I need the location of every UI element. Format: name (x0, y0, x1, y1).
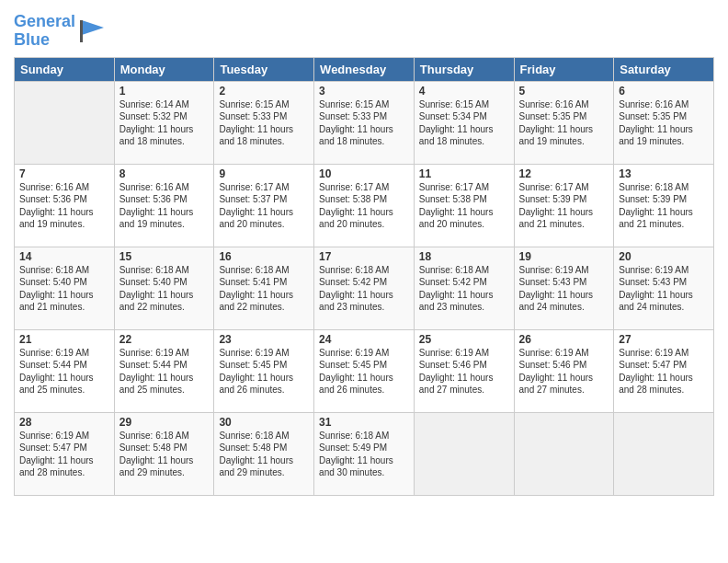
calendar-cell: 15Sunrise: 6:18 AMSunset: 5:40 PMDayligh… (114, 247, 214, 329)
day-number: 24 (319, 333, 409, 346)
day-number: 30 (219, 416, 309, 429)
cell-info: Sunrise: 6:18 AMSunset: 5:42 PMDaylight:… (319, 264, 409, 314)
calendar-cell: 14Sunrise: 6:18 AMSunset: 5:40 PMDayligh… (15, 247, 115, 329)
cell-info: Sunrise: 6:15 AMSunset: 5:34 PMDaylight:… (419, 98, 509, 148)
day-number: 18 (419, 250, 509, 263)
cell-info: Sunrise: 6:19 AMSunset: 5:47 PMDaylight:… (19, 430, 109, 479)
calendar-cell: 5Sunrise: 6:16 AMSunset: 5:35 PMDaylight… (514, 81, 614, 164)
calendar-cell: 3Sunrise: 6:15 AMSunset: 5:33 PMDaylight… (314, 81, 415, 164)
weekday-header-friday: Friday (514, 57, 614, 81)
cell-info: Sunrise: 6:19 AMSunset: 5:43 PMDaylight:… (519, 264, 609, 314)
calendar-cell: 21Sunrise: 6:19 AMSunset: 5:44 PMDayligh… (15, 329, 115, 412)
cell-info: Sunrise: 6:18 AMSunset: 5:42 PMDaylight:… (419, 264, 509, 314)
calendar-cell (15, 81, 115, 164)
page: General Blue SundayMondayTuesdayWednesda… (0, 0, 728, 563)
calendar-cell (614, 412, 714, 495)
cell-info: Sunrise: 6:15 AMSunset: 5:33 PMDaylight:… (219, 98, 309, 148)
calendar-cell: 18Sunrise: 6:18 AMSunset: 5:42 PMDayligh… (414, 247, 514, 329)
day-number: 3 (319, 85, 409, 98)
cell-info: Sunrise: 6:19 AMSunset: 5:46 PMDaylight:… (419, 347, 509, 396)
week-row-2: 7Sunrise: 6:16 AMSunset: 5:36 PMDaylight… (15, 164, 714, 247)
calendar-cell: 13Sunrise: 6:18 AMSunset: 5:39 PMDayligh… (614, 164, 714, 247)
logo-blue-text: Blue (14, 30, 50, 49)
calendar-cell: 30Sunrise: 6:18 AMSunset: 5:48 PMDayligh… (214, 412, 314, 495)
calendar-cell: 17Sunrise: 6:18 AMSunset: 5:42 PMDayligh… (314, 247, 415, 329)
calendar-cell (414, 412, 514, 495)
calendar-cell: 12Sunrise: 6:17 AMSunset: 5:39 PMDayligh… (514, 164, 614, 247)
svg-rect-1 (80, 20, 83, 42)
cell-info: Sunrise: 6:19 AMSunset: 5:43 PMDaylight:… (619, 264, 709, 314)
cell-info: Sunrise: 6:17 AMSunset: 5:38 PMDaylight:… (419, 181, 509, 231)
day-number: 7 (19, 167, 109, 180)
header: General Blue (14, 9, 714, 50)
cell-info: Sunrise: 6:15 AMSunset: 5:33 PMDaylight:… (319, 98, 409, 148)
weekday-header-thursday: Thursday (414, 57, 514, 81)
calendar-cell: 22Sunrise: 6:19 AMSunset: 5:44 PMDayligh… (114, 329, 214, 412)
cell-info: Sunrise: 6:19 AMSunset: 5:46 PMDaylight:… (519, 347, 609, 396)
day-number: 19 (519, 250, 609, 263)
calendar-cell (514, 412, 614, 495)
cell-info: Sunrise: 6:14 AMSunset: 5:32 PMDaylight:… (119, 98, 210, 148)
logo-blue: Blue (14, 31, 75, 50)
calendar-cell: 6Sunrise: 6:16 AMSunset: 5:35 PMDaylight… (614, 81, 714, 164)
calendar-cell: 31Sunrise: 6:18 AMSunset: 5:49 PMDayligh… (314, 412, 415, 495)
day-number: 28 (19, 416, 109, 429)
day-number: 29 (119, 416, 210, 429)
cell-info: Sunrise: 6:16 AMSunset: 5:36 PMDaylight:… (119, 181, 210, 231)
day-number: 5 (519, 85, 609, 98)
logo-general: General (14, 12, 75, 30)
day-number: 11 (419, 167, 509, 180)
weekday-header-wednesday: Wednesday (314, 57, 415, 81)
cell-info: Sunrise: 6:17 AMSunset: 5:37 PMDaylight:… (219, 181, 309, 231)
calendar-cell: 26Sunrise: 6:19 AMSunset: 5:46 PMDayligh… (514, 329, 614, 412)
cell-info: Sunrise: 6:16 AMSunset: 5:36 PMDaylight:… (19, 181, 109, 231)
calendar-cell: 7Sunrise: 6:16 AMSunset: 5:36 PMDaylight… (15, 164, 115, 247)
week-row-5: 28Sunrise: 6:19 AMSunset: 5:47 PMDayligh… (15, 412, 714, 495)
week-row-3: 14Sunrise: 6:18 AMSunset: 5:40 PMDayligh… (15, 247, 714, 329)
weekday-header-saturday: Saturday (614, 57, 714, 81)
day-number: 23 (219, 333, 309, 346)
day-number: 10 (319, 167, 409, 180)
calendar-cell: 8Sunrise: 6:16 AMSunset: 5:36 PMDaylight… (114, 164, 214, 247)
calendar-cell: 2Sunrise: 6:15 AMSunset: 5:33 PMDaylight… (214, 81, 314, 164)
day-number: 20 (619, 250, 709, 263)
day-number: 26 (519, 333, 609, 346)
calendar-cell: 1Sunrise: 6:14 AMSunset: 5:32 PMDaylight… (114, 81, 214, 164)
calendar-cell: 10Sunrise: 6:17 AMSunset: 5:38 PMDayligh… (314, 164, 415, 247)
day-number: 21 (19, 333, 109, 346)
cell-info: Sunrise: 6:18 AMSunset: 5:48 PMDaylight:… (119, 430, 210, 479)
calendar-cell: 25Sunrise: 6:19 AMSunset: 5:46 PMDayligh… (414, 329, 514, 412)
cell-info: Sunrise: 6:19 AMSunset: 5:44 PMDaylight:… (119, 347, 210, 396)
day-number: 12 (519, 167, 609, 180)
cell-info: Sunrise: 6:16 AMSunset: 5:35 PMDaylight:… (619, 98, 709, 148)
logo-flag-icon (78, 18, 108, 44)
calendar-cell: 29Sunrise: 6:18 AMSunset: 5:48 PMDayligh… (114, 412, 214, 495)
day-number: 4 (419, 85, 509, 98)
cell-info: Sunrise: 6:18 AMSunset: 5:40 PMDaylight:… (119, 264, 210, 314)
weekday-header-row: SundayMondayTuesdayWednesdayThursdayFrid… (15, 57, 714, 81)
day-number: 1 (119, 85, 210, 98)
day-number: 6 (619, 85, 709, 98)
cell-info: Sunrise: 6:18 AMSunset: 5:49 PMDaylight:… (319, 430, 409, 479)
day-number: 27 (619, 333, 709, 346)
day-number: 8 (119, 167, 210, 180)
calendar-cell: 24Sunrise: 6:19 AMSunset: 5:45 PMDayligh… (314, 329, 415, 412)
logo-text: General (14, 13, 75, 31)
cell-info: Sunrise: 6:19 AMSunset: 5:45 PMDaylight:… (219, 347, 309, 396)
cell-info: Sunrise: 6:19 AMSunset: 5:47 PMDaylight:… (619, 347, 709, 396)
logo: General Blue (14, 13, 108, 50)
weekday-header-tuesday: Tuesday (214, 57, 314, 81)
cell-info: Sunrise: 6:18 AMSunset: 5:40 PMDaylight:… (19, 264, 109, 314)
calendar-cell: 11Sunrise: 6:17 AMSunset: 5:38 PMDayligh… (414, 164, 514, 247)
day-number: 16 (219, 250, 309, 263)
day-number: 9 (219, 167, 309, 180)
calendar-cell: 27Sunrise: 6:19 AMSunset: 5:47 PMDayligh… (614, 329, 714, 412)
day-number: 14 (19, 250, 109, 263)
cell-info: Sunrise: 6:19 AMSunset: 5:45 PMDaylight:… (319, 347, 409, 396)
calendar-cell: 20Sunrise: 6:19 AMSunset: 5:43 PMDayligh… (614, 247, 714, 329)
cell-info: Sunrise: 6:18 AMSunset: 5:41 PMDaylight:… (219, 264, 309, 314)
day-number: 31 (319, 416, 409, 429)
weekday-header-monday: Monday (114, 57, 214, 81)
day-number: 17 (319, 250, 409, 263)
cell-info: Sunrise: 6:18 AMSunset: 5:39 PMDaylight:… (619, 181, 709, 231)
